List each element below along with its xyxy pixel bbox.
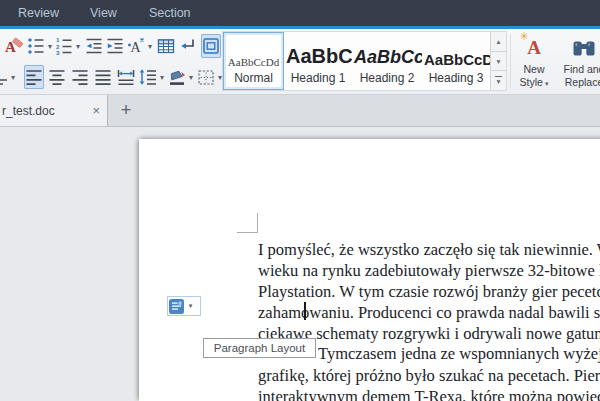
gallery-expand-button[interactable] — [491, 71, 506, 90]
gallery-scroll-column — [490, 32, 506, 90]
style-heading-2[interactable]: AaBbCcDd Heading 2 — [352, 32, 422, 90]
align-right-icon — [70, 67, 90, 87]
document-page[interactable]: I pomyśleć, że wszystko zaczęło się tak … — [139, 139, 600, 401]
binoculars-icon — [572, 38, 596, 58]
insert-table-icon — [156, 36, 176, 56]
text-line: grafikę, której próżno było szukać na pe… — [258, 366, 600, 386]
bullet-list-button[interactable] — [26, 34, 46, 58]
document-tab-bar: r_test.doc × + — [0, 95, 600, 127]
text-line: zahamowaniu. Producenci co prawda nadal … — [258, 303, 600, 323]
soft-return-icon — [178, 36, 198, 56]
new-style-button[interactable]: ✳ A New Style — [512, 33, 556, 91]
tab-close-icon[interactable]: × — [92, 104, 100, 117]
align-right-button[interactable] — [70, 65, 90, 89]
menu-review[interactable]: Review — [18, 6, 59, 20]
style-heading-3-label: Heading 3 — [422, 71, 490, 85]
find-replace-label-line1: Find and — [564, 63, 600, 76]
shading-icon — [167, 67, 187, 87]
style-heading-3[interactable]: AaBbCcDd Heading 3 — [422, 32, 490, 90]
margin-corner-mark-horizontal — [237, 232, 258, 233]
justify-button[interactable] — [93, 65, 113, 89]
align-center-button[interactable] — [47, 65, 67, 89]
tab-bar-empty-area — [109, 95, 600, 126]
new-style-icon: ✳ A — [527, 37, 541, 59]
text-effect-button[interactable]: A — [126, 34, 146, 58]
shading-dropdown[interactable] — [187, 65, 195, 89]
new-tab-button[interactable]: + — [112, 95, 140, 126]
justify-icon — [93, 67, 113, 87]
style-heading-2-preview: AaBbCcDd — [352, 32, 422, 69]
active-document-tab[interactable]: r_test.doc × — [0, 95, 108, 126]
numbered-list-dropdown[interactable] — [74, 34, 82, 58]
text-effect-dropdown[interactable] — [146, 34, 154, 58]
asian-layout-button[interactable]: 文 — [0, 65, 9, 89]
soft-return-button[interactable] — [178, 34, 198, 58]
distribute-text-button[interactable] — [116, 65, 136, 89]
bullet-list-dropdown[interactable] — [46, 34, 54, 58]
borders-icon — [196, 67, 216, 87]
menu-section[interactable]: Section — [149, 6, 191, 20]
asian-layout-dropdown[interactable] — [9, 65, 17, 89]
clear-formatting-button[interactable]: A — [4, 34, 24, 58]
text-effect-icon: A — [126, 36, 146, 56]
paragraph-layout-floating-icon — [169, 299, 184, 314]
paragraph-layout-icon — [201, 36, 221, 56]
borders-button[interactable] — [196, 65, 216, 89]
gallery-scroll-down-button[interactable] — [491, 52, 506, 72]
numbered-list-button[interactable]: 123 — [54, 34, 74, 58]
style-normal[interactable]: AaBbCcDd Normal — [223, 32, 284, 90]
style-normal-label: Normal — [223, 71, 284, 85]
style-heading-3-preview: AaBbCcDd — [422, 32, 490, 69]
document-area: I pomyśleć, że wszystko zaczęło się tak … — [0, 127, 600, 401]
svg-text:3: 3 — [56, 49, 60, 56]
styles-gallery: AaBbCcDd Normal AaBbCcDd Heading 1 AaBbC… — [222, 31, 507, 91]
text-caret — [304, 302, 306, 320]
paragraph-layout-floating-button[interactable] — [167, 296, 201, 316]
distribute-text-icon — [116, 67, 136, 87]
find-replace-label-line2: Replace — [565, 76, 600, 89]
paragraph-layout-tooltip: Paragraph Layout — [203, 338, 316, 358]
style-normal-preview: AaBbCcDd — [223, 32, 284, 69]
style-heading-2-label: Heading 2 — [352, 71, 422, 85]
numbered-list-icon: 123 — [54, 36, 74, 56]
align-left-icon — [24, 67, 44, 87]
increase-indent-button[interactable] — [105, 34, 125, 58]
svg-text:A: A — [131, 40, 142, 55]
paragraph-layout-floating-dropdown[interactable] — [184, 302, 197, 310]
toolbar-row-2: 文 — [0, 62, 224, 92]
align-left-button[interactable] — [24, 65, 44, 89]
menu-bar: Review View Section — [0, 0, 600, 26]
toolbar-row-1: A 123 — [0, 31, 221, 61]
style-heading-1-label: Heading 1 — [284, 71, 352, 85]
style-heading-1-preview: AaBbCcDd — [284, 32, 352, 69]
formatting-toolbar: A 123 — [0, 29, 600, 95]
text-line: Tymczasem jedna ze wspomnianych wyżej ko… — [318, 344, 600, 364]
margin-corner-mark-vertical — [257, 213, 258, 232]
line-spacing-button[interactable] — [138, 65, 158, 89]
bullet-list-icon — [26, 36, 46, 56]
paragraph-layout-toggle-button[interactable] — [201, 34, 221, 58]
text-line: wieku na rynku zadebiutowały pierwsze 32… — [258, 261, 600, 281]
find-and-replace-button[interactable]: Find and Replace — [558, 33, 600, 91]
decrease-indent-icon — [84, 36, 104, 56]
line-spacing-dropdown[interactable] — [158, 65, 166, 89]
text-line: interaktywnym demem T-Rexa, które można … — [258, 387, 600, 401]
asian-layout-icon: 文 — [0, 67, 9, 87]
text-line: I pomyśleć, że wszystko zaczęło się tak … — [258, 240, 600, 260]
style-heading-1[interactable]: AaBbCcDd Heading 1 — [284, 32, 352, 90]
clear-formatting-icon: A — [4, 36, 24, 56]
decrease-indent-button[interactable] — [84, 34, 104, 58]
menu-view[interactable]: View — [90, 6, 117, 20]
sparkle-icon: ✳ — [519, 30, 528, 43]
shading-button[interactable] — [167, 65, 187, 89]
insert-table-button[interactable] — [156, 34, 176, 58]
gallery-scroll-up-button[interactable] — [491, 32, 506, 52]
line-spacing-icon — [138, 67, 158, 87]
align-center-icon — [47, 67, 67, 87]
toolbar-separator — [510, 34, 511, 88]
tab-filename: r_test.doc — [0, 104, 55, 118]
new-style-label-line1: New — [523, 63, 544, 76]
new-style-label-line2: Style — [520, 76, 549, 91]
text-line: Playstation. W tym czasie rozwój branży … — [258, 282, 600, 302]
increase-indent-icon — [105, 36, 125, 56]
